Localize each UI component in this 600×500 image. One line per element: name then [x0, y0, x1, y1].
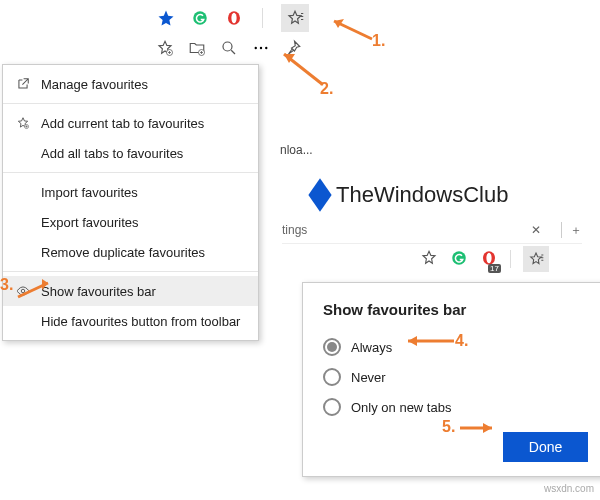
favorites-menu-button[interactable] [281, 4, 309, 32]
menu-remove-duplicates[interactable]: Remove duplicate favourites [3, 237, 258, 267]
option-label: Never [351, 370, 386, 385]
menu-label: Export favourites [41, 215, 139, 230]
pin-icon[interactable] [284, 39, 302, 60]
radio-icon [323, 368, 341, 386]
menu-label: Add all tabs to favourites [41, 146, 183, 161]
option-only-new-tabs[interactable]: Only on new tabs [323, 392, 588, 422]
star-add-icon [15, 115, 31, 131]
tab-bar: tings ✕ ＋ [282, 217, 582, 244]
grammarly-icon[interactable] [450, 249, 468, 270]
menu-label: Import favourites [41, 185, 138, 200]
favorites-toolbar [150, 36, 342, 62]
star-add-icon[interactable] [156, 39, 174, 60]
eye-icon [15, 283, 31, 299]
svg-point-2 [231, 13, 236, 24]
menu-label: Add current tab to favourites [41, 116, 204, 131]
menu-label: Hide favourites button from toolbar [41, 314, 240, 329]
svg-point-7 [260, 46, 262, 48]
show-favourites-bar-panel: Show favourites bar Always Never Only on… [302, 282, 600, 477]
folder-add-icon[interactable] [188, 39, 206, 60]
external-link-icon [15, 76, 31, 92]
radio-icon [323, 398, 341, 416]
callout-3: 3. [0, 276, 13, 294]
logo-icon [308, 178, 331, 211]
search-icon[interactable] [220, 39, 238, 60]
favorites-menu: Manage favourites Add current tab to fav… [2, 64, 259, 341]
page-text-fragment: nloa... [280, 143, 313, 157]
close-icon[interactable]: ✕ [531, 223, 541, 237]
opera-icon[interactable] [224, 8, 244, 28]
panel-title: Show favourites bar [323, 301, 588, 318]
callout-1: 1. [372, 32, 385, 50]
menu-divider [3, 271, 258, 272]
radio-icon [323, 338, 341, 356]
callout-4: 4. [455, 332, 468, 350]
menu-manage-favourites[interactable]: Manage favourites [3, 69, 258, 99]
more-icon[interactable] [252, 39, 270, 60]
star-add-icon[interactable] [420, 249, 438, 270]
svg-point-8 [265, 46, 267, 48]
menu-label: Manage favourites [41, 77, 148, 92]
new-tab-button[interactable]: ＋ [570, 222, 582, 239]
callout-2: 2. [320, 80, 333, 98]
tab-title-fragment: tings [282, 223, 307, 237]
option-label: Always [351, 340, 392, 355]
menu-add-all-tabs[interactable]: Add all tabs to favourites [3, 138, 258, 168]
watermark: wsxdn.com [544, 483, 594, 494]
browser-toolbar-secondary: 17 [420, 246, 549, 272]
option-never[interactable]: Never [323, 362, 588, 392]
menu-add-current-tab[interactable]: Add current tab to favourites [3, 108, 258, 138]
callout-5: 5. [442, 418, 455, 436]
favorites-menu-button[interactable] [523, 246, 549, 272]
option-label: Only on new tabs [351, 400, 451, 415]
menu-label: Remove duplicate favourites [41, 245, 205, 260]
svg-point-5 [223, 42, 232, 51]
menu-export-favourites[interactable]: Export favourites [3, 207, 258, 237]
svg-point-13 [486, 252, 491, 263]
done-button[interactable]: Done [503, 432, 588, 462]
browser-toolbar [150, 3, 352, 33]
badge-count: 17 [488, 264, 501, 273]
separator [262, 8, 263, 28]
menu-import-favourites[interactable]: Import favourites [3, 177, 258, 207]
menu-show-favourites-bar[interactable]: Show favourites bar [3, 276, 258, 306]
separator [561, 222, 562, 238]
star-filled-icon[interactable] [156, 8, 176, 28]
brand: TheWindowsClub [310, 182, 508, 208]
separator [510, 250, 511, 268]
brand-text: TheWindowsClub [336, 182, 508, 208]
menu-divider [3, 172, 258, 173]
menu-label: Show favourites bar [41, 284, 156, 299]
menu-divider [3, 103, 258, 104]
svg-point-6 [255, 46, 257, 48]
opera-icon[interactable]: 17 [480, 249, 498, 270]
menu-hide-favourites-button[interactable]: Hide favourites button from toolbar [3, 306, 258, 336]
svg-point-10 [21, 289, 25, 293]
grammarly-icon[interactable] [190, 8, 210, 28]
